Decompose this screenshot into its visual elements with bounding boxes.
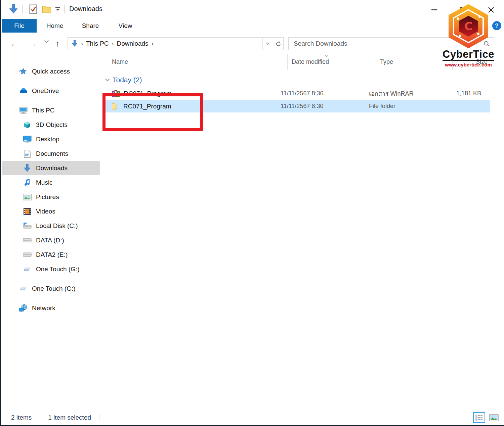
- history-chevron-icon[interactable]: [44, 40, 49, 43]
- back-button[interactable]: ←: [10, 39, 18, 49]
- quick-access-star-icon: [19, 67, 28, 76]
- sidebar-item-label: One Touch (G:): [36, 266, 80, 273]
- sidebar-item-local-disk-c[interactable]: Local Disk (C:): [2, 219, 100, 233]
- status-bar: 2 items 1 item selected: [2, 411, 504, 424]
- status-divider: [99, 414, 99, 421]
- sidebar-item-label: DATA (D:): [36, 237, 64, 244]
- external-drive-icon: [23, 265, 32, 274]
- videos-icon: [23, 207, 32, 216]
- column-headers: Name Date modified Type Size: [100, 54, 504, 70]
- sidebar-item-one-touch-g-root[interactable]: One Touch (G:): [2, 281, 100, 296]
- address-bar[interactable]: › This PC › Downloads ›: [68, 37, 284, 50]
- file-list-pane: Name Date modified Type Size Today (2): [100, 54, 504, 411]
- help-button[interactable]: ?: [492, 21, 501, 30]
- separator: [22, 5, 23, 13]
- sidebar-item-music[interactable]: Music: [2, 175, 100, 190]
- sidebar-item-downloads[interactable]: Downloads: [2, 161, 100, 175]
- sidebar-item-label: OneDrive: [32, 87, 59, 95]
- refresh-button[interactable]: [273, 38, 283, 50]
- external-drive-icon: [19, 284, 28, 293]
- downloads-arrow-icon: [8, 4, 18, 14]
- file-name: RC071_Program: [124, 90, 172, 97]
- group-divider: [149, 80, 501, 80]
- forward-button[interactable]: →: [29, 39, 37, 49]
- downloads-arrow-icon: [23, 164, 32, 173]
- sidebar-item-this-pc[interactable]: This PC: [2, 103, 100, 117]
- ribbon-expand-chevron-icon[interactable]: [482, 24, 488, 28]
- breadcrumb-downloads[interactable]: Downloads: [117, 40, 149, 47]
- sidebar-item-3d-objects[interactable]: 3D Objects: [2, 117, 100, 132]
- winrar-archive-icon: [112, 90, 120, 98]
- sidebar-item-network[interactable]: Network: [2, 301, 100, 315]
- new-folder-icon[interactable]: [42, 4, 52, 14]
- pictures-icon: [23, 193, 32, 201]
- details-view-button[interactable]: [473, 412, 485, 423]
- file-row-rar[interactable]: RC071_Program 11/11/2567 8:36 เอกสาร Win…: [105, 87, 490, 100]
- column-header-date-modified[interactable]: Date modified: [287, 54, 376, 70]
- sidebar-item-data-d[interactable]: DATA (D:): [2, 233, 100, 247]
- status-divider: [40, 414, 40, 421]
- separator: [64, 5, 65, 13]
- tab-home[interactable]: Home: [43, 19, 67, 33]
- group-label: Today (2): [113, 76, 142, 84]
- network-icon: [19, 304, 28, 313]
- file-type: เอกสาร WinRAR: [369, 89, 446, 98]
- sidebar-item-onedrive[interactable]: OneDrive: [2, 84, 100, 98]
- sidebar-item-videos[interactable]: Videos: [2, 204, 100, 219]
- column-header-type[interactable]: Type: [376, 54, 452, 70]
- tab-file[interactable]: File: [2, 19, 37, 33]
- breadcrumb-this-pc[interactable]: This PC: [86, 40, 109, 47]
- desktop-icon: [23, 135, 32, 144]
- drive-icon: [23, 236, 32, 245]
- breadcrumb-separator: ›: [112, 40, 114, 47]
- sidebar-item-one-touch-g[interactable]: One Touch (G:): [2, 262, 100, 276]
- documents-icon: [23, 149, 32, 158]
- maximize-button[interactable]: [455, 5, 470, 15]
- sidebar-item-label: Documents: [36, 150, 68, 157]
- group-collapse-chevron-icon: [105, 79, 110, 82]
- items-count: 2 items: [11, 414, 32, 421]
- 3d-objects-cube-icon: [23, 121, 32, 129]
- sidebar-item-pictures[interactable]: Pictures: [2, 190, 100, 204]
- onedrive-cloud-icon: [19, 87, 28, 95]
- file-date: 11/11/2567 8:36: [281, 90, 369, 97]
- sidebar-item-label: One Touch (G:): [32, 285, 76, 292]
- ribbon-tab-bar: File Home Share View ?: [2, 19, 504, 33]
- tab-view[interactable]: View: [114, 19, 137, 33]
- qat-dropdown-icon[interactable]: [55, 7, 60, 11]
- sidebar-item-label: Pictures: [36, 193, 59, 201]
- sidebar-item-label: Local Disk (C:): [36, 222, 78, 230]
- sidebar-item-label: This PC: [32, 107, 55, 114]
- search-box[interactable]: [288, 37, 494, 50]
- music-note-icon: [23, 178, 32, 187]
- thumbnails-view-button[interactable]: [488, 412, 500, 423]
- properties-icon[interactable]: [29, 4, 38, 14]
- sidebar-item-label: Quick access: [32, 68, 70, 75]
- file-size: 1,181 KB: [446, 90, 481, 97]
- tab-share[interactable]: Share: [79, 19, 102, 33]
- sidebar-item-documents[interactable]: Documents: [2, 146, 100, 161]
- items-selected: 1 item selected: [48, 414, 91, 421]
- sidebar-item-desktop[interactable]: Desktop: [2, 132, 100, 146]
- sort-descending-icon: [325, 55, 329, 57]
- address-dropdown-icon[interactable]: [262, 38, 273, 50]
- up-button[interactable]: ↑: [56, 39, 60, 49]
- minimize-button[interactable]: [426, 5, 442, 15]
- window-title: Downloads: [69, 5, 102, 13]
- file-name: RC071_Program: [123, 103, 171, 110]
- column-header-name[interactable]: Name: [112, 58, 287, 65]
- title-bar: Downloads: [2, 0, 504, 19]
- file-date: 11/11/2567 8:30: [281, 103, 369, 110]
- close-button[interactable]: [483, 5, 499, 15]
- address-folder-icon: [71, 40, 78, 48]
- sidebar-item-quick-access[interactable]: Quick access: [2, 64, 100, 79]
- file-row-folder-selected[interactable]: RC071_Program 11/11/2567 8:30 File folde…: [105, 100, 490, 112]
- column-header-size[interactable]: Size: [452, 54, 491, 70]
- drive-icon: [23, 250, 32, 259]
- file-explorer-window: Downloads File Home Share View ? ← → ↑: [0, 0, 504, 426]
- breadcrumb-separator: ›: [152, 40, 154, 47]
- sidebar-item-data2-e[interactable]: DATA2 (E:): [2, 247, 100, 262]
- group-header-today[interactable]: Today (2): [105, 76, 504, 84]
- sidebar-item-label: Desktop: [36, 136, 59, 143]
- search-input[interactable]: [289, 40, 484, 47]
